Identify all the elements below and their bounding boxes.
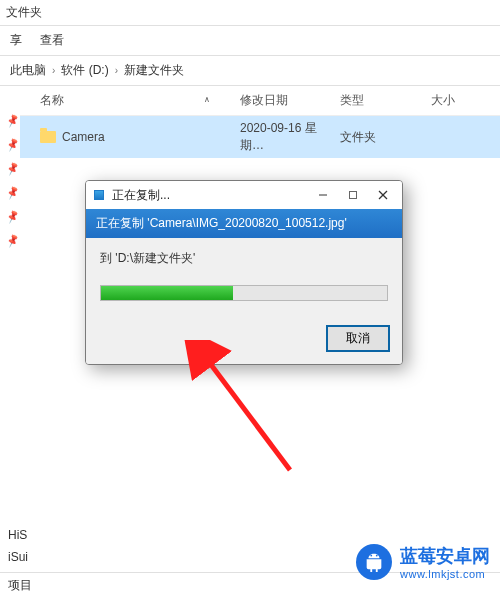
close-button[interactable] [368, 184, 398, 206]
table-row[interactable]: Camera 2020-09-16 星期… 文件夹 [20, 116, 500, 158]
column-header-size-label: 大小 [431, 93, 455, 107]
pin-icon: 📌 [5, 115, 15, 125]
watermark-title: 蓝莓安卓网 [400, 544, 490, 568]
copy-icon [92, 188, 106, 202]
status-text: 项目 [8, 578, 32, 592]
column-header-type[interactable]: 类型 [340, 92, 425, 109]
breadcrumb-drive[interactable]: 软件 (D:) [61, 62, 108, 79]
chevron-right-icon: › [115, 65, 118, 76]
copy-dialog: 正在复制... 正在复制 'Camera\IMG_20200820_100512… [85, 180, 403, 365]
minimize-icon [318, 190, 328, 200]
dialog-destination: 到 'D:\新建文件夹' [100, 250, 388, 267]
breadcrumb-folder[interactable]: 新建文件夹 [124, 62, 184, 79]
column-header-size[interactable]: 大小 [425, 92, 485, 109]
pin-icon: 📌 [5, 235, 15, 245]
maximize-button[interactable] [338, 184, 368, 206]
column-header-modified[interactable]: 修改日期 [240, 92, 340, 109]
svg-point-5 [370, 555, 372, 557]
minimize-button[interactable] [308, 184, 338, 206]
progress-bar [100, 285, 388, 301]
svg-point-6 [376, 555, 378, 557]
column-header-modified-label: 修改日期 [240, 93, 288, 107]
dialog-titlebar[interactable]: 正在复制... [86, 181, 402, 209]
dialog-title: 正在复制... [112, 187, 308, 204]
column-header-name[interactable]: 名称 ∧ [40, 92, 240, 109]
column-header-name-label: 名称 [40, 93, 64, 107]
dialog-banner-text: 正在复制 'Camera\IMG_20200820_100512.jpg' [96, 216, 347, 230]
progress-fill [101, 286, 233, 300]
row-name: Camera [62, 130, 105, 144]
pin-icon: 📌 [5, 211, 15, 221]
window-title-text: 文件夹 [6, 5, 42, 19]
pin-icon: 📌 [5, 139, 15, 149]
chevron-right-icon: › [52, 65, 55, 76]
maximize-icon [348, 190, 358, 200]
column-header-type-label: 类型 [340, 93, 364, 107]
quick-access-strip: 📌 📌 📌 📌 📌 📌 [0, 86, 20, 466]
pin-icon: 📌 [5, 187, 15, 197]
menu-view[interactable]: 查看 [40, 32, 64, 49]
row-modified: 2020-09-16 星期… [240, 120, 340, 154]
window-title-fragment: 文件夹 [0, 0, 500, 26]
breadcrumb[interactable]: 此电脑 › 软件 (D:) › 新建文件夹 [0, 55, 500, 86]
pin-icon: 📌 [5, 163, 15, 173]
svg-rect-1 [350, 192, 357, 199]
breadcrumb-root[interactable]: 此电脑 [10, 62, 46, 79]
sidebar-item[interactable]: HiS [8, 524, 492, 546]
android-icon [356, 544, 392, 580]
folder-icon [40, 131, 56, 143]
column-headers: 名称 ∧ 修改日期 类型 大小 [20, 86, 500, 116]
close-icon [378, 190, 388, 200]
row-type: 文件夹 [340, 129, 425, 146]
cancel-button[interactable]: 取消 [326, 325, 390, 352]
watermark: 蓝莓安卓网 www.lmkjst.com [356, 544, 490, 580]
menu-bar: 享 查看 [0, 26, 500, 55]
watermark-url: www.lmkjst.com [400, 568, 490, 580]
dialog-banner: 正在复制 'Camera\IMG_20200820_100512.jpg' [86, 209, 402, 238]
menu-share[interactable]: 享 [10, 32, 22, 49]
sort-asc-icon: ∧ [204, 95, 210, 104]
